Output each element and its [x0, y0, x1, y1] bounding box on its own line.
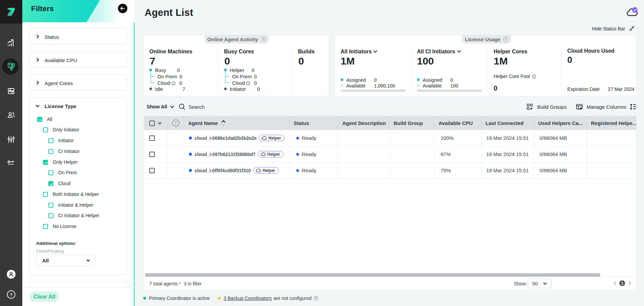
svg-text:?: ?: [10, 292, 13, 297]
